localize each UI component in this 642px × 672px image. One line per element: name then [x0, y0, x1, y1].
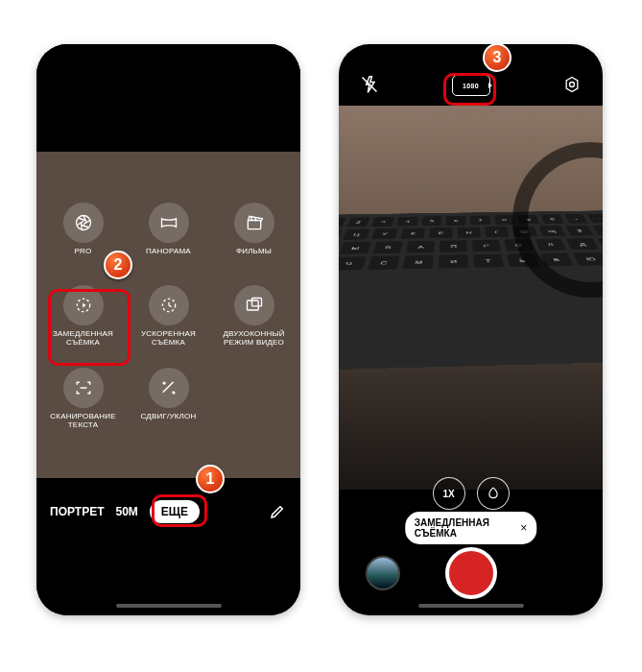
tab-more[interactable]: ЕЩЕ: [150, 500, 200, 523]
camera-viewport: 1234567890-=ЙЦУКЕНГШЩЗХФЫВАПРОЛДЖЯЧСМИТЬ…: [339, 106, 603, 490]
key: 5: [421, 216, 441, 226]
key: 7: [470, 215, 490, 225]
gallery-thumbnail[interactable]: [366, 556, 400, 590]
shutter-row: [339, 546, 603, 600]
mode-timelapse[interactable]: УСКОРЕННАЯ СЪЁМКА: [126, 281, 211, 358]
bottom-bar: ПОРТРЕТ 50M ЕЩЕ: [36, 479, 300, 615]
tiltshift-icon: [149, 368, 189, 408]
key: Г: [485, 227, 510, 237]
edit-icon[interactable]: [268, 502, 287, 521]
key: М: [403, 255, 434, 269]
resolution-badge[interactable]: 1080: [452, 75, 490, 96]
mode-grid: PRO ПАНОРАМА ФИЛЬМЫ ЗАМЕДЛЕННАЯ СЪЁМКА: [36, 199, 300, 441]
record-button[interactable]: [445, 547, 497, 599]
key: Н: [458, 228, 482, 238]
key: И: [439, 254, 468, 268]
mode-label: PRO: [75, 247, 92, 255]
close-icon[interactable]: ×: [520, 521, 527, 535]
control-row: 1X: [339, 477, 603, 510]
mode-label: СДВИГ/УКЛОН: [141, 412, 197, 420]
key: А: [406, 241, 435, 253]
settings-icon[interactable]: [560, 73, 583, 96]
flash-off-icon[interactable]: [358, 73, 381, 96]
svg-point-7: [173, 392, 175, 394]
svg-point-6: [163, 382, 165, 384]
phone-left: PRO ПАНОРАМА ФИЛЬМЫ ЗАМЕДЛЕННАЯ СЪЁМКА: [36, 44, 300, 615]
home-indicator[interactable]: [418, 604, 524, 608]
scantext-icon: [63, 368, 104, 408]
key: Т: [473, 254, 504, 268]
resolution-label: 1080: [463, 83, 479, 89]
viewfinder-overlay: PRO ПАНОРАМА ФИЛЬМЫ ЗАМЕДЛЕННАЯ СЪЁМКА: [36, 152, 300, 478]
mode-label: ЗАМЕДЛЕННАЯ СЪЁМКА: [46, 329, 121, 347]
key: У: [371, 228, 397, 239]
mode-label: УСКОРЕННАЯ СЪЁМКА: [131, 329, 206, 347]
mode-tiltshift[interactable]: СДВИГ/УКЛОН: [126, 364, 211, 441]
key: Ц: [343, 228, 370, 239]
top-blackbar: [36, 44, 300, 152]
home-indicator[interactable]: [116, 604, 222, 608]
zoom-label: 1X: [442, 489, 454, 499]
key: 6: [446, 216, 466, 226]
mode-label: ПАНОРАМА: [146, 247, 191, 255]
mode-label: ДВУХОКОННЫЙ РЕЖИМ ВИДЕО: [217, 329, 292, 347]
svg-rect-4: [247, 300, 258, 310]
key: П: [440, 240, 467, 252]
marker-1: 1: [196, 465, 225, 493]
tab-row: ПОРТРЕТ 50M ЕЩЕ: [36, 479, 300, 523]
tab-50m[interactable]: 50M: [115, 505, 137, 518]
key: В: [372, 241, 403, 253]
top-status-row: 1080: [339, 44, 603, 106]
key: 3: [371, 217, 394, 227]
key: 2: [346, 217, 370, 227]
mode-label: ФИЛЬМЫ: [236, 247, 272, 255]
key: С: [367, 256, 399, 270]
speed-button[interactable]: [477, 477, 510, 510]
key: Ч: [339, 256, 366, 271]
svg-point-8: [570, 83, 575, 87]
key: Ы: [339, 242, 371, 254]
mode-chip[interactable]: ЗАМЕДЛЕННАЯ СЪЁМКА ×: [405, 512, 537, 544]
clapper-icon: [234, 203, 274, 243]
timelapse-icon: [149, 285, 189, 325]
tab-portrait[interactable]: ПОРТРЕТ: [50, 505, 104, 518]
marker-3: 3: [483, 43, 511, 72]
svg-rect-1: [248, 221, 260, 229]
slowmo-icon: [63, 285, 104, 325]
phone-right: 1080 1234567890-=ЙЦУКЕНГШЩЗХФЫВАПРОЛДЖЯЧ…: [339, 44, 603, 615]
mode-films[interactable]: ФИЛЬМЫ: [211, 199, 297, 276]
key: О: [504, 239, 534, 252]
key: Е: [429, 228, 453, 238]
key: Ь: [507, 253, 539, 267]
mode-scantext[interactable]: СКАНИРОВАНИЕ ТЕКСТА: [40, 364, 126, 441]
key: К: [400, 228, 425, 238]
key: 8: [494, 215, 515, 225]
key: Р: [472, 240, 501, 252]
panorama-icon: [149, 203, 189, 243]
marker-2: 2: [104, 251, 132, 279]
key: 4: [396, 217, 418, 227]
zoom-button[interactable]: 1X: [433, 477, 465, 510]
svg-rect-5: [251, 299, 261, 306]
aperture-icon: [63, 203, 104, 243]
key: 1: [339, 218, 346, 228]
mode-slowmo[interactable]: ЗАМЕДЛЕННАЯ СЪЁМКА: [40, 281, 126, 358]
mode-panorama[interactable]: ПАНОРАМА: [126, 199, 211, 276]
dualview-icon: [234, 285, 274, 325]
mode-label: СКАНИРОВАНИЕ ТЕКСТА: [46, 412, 121, 429]
mode-chip-label: ЗАМЕДЛЕННАЯ СЪЁМКА: [415, 517, 514, 539]
mode-dualview[interactable]: ДВУХОКОННЫЙ РЕЖИМ ВИДЕО: [211, 281, 297, 358]
